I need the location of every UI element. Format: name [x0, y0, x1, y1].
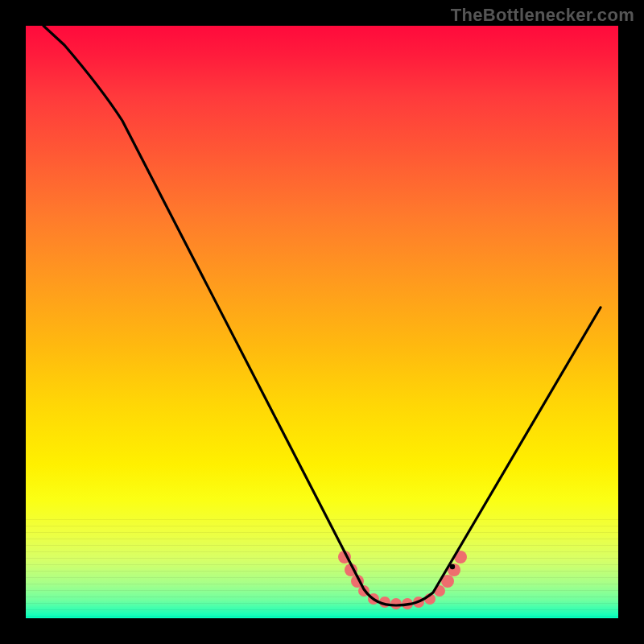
curve-path — [43, 26, 601, 605]
attribution-text: TheBottlenecker.com — [451, 5, 634, 26]
bottleneck-curve — [26, 26, 618, 618]
plot-area — [26, 26, 618, 618]
inflection-dot — [450, 564, 455, 569]
valley-marker — [338, 551, 467, 609]
svg-point-6 — [390, 598, 402, 609]
